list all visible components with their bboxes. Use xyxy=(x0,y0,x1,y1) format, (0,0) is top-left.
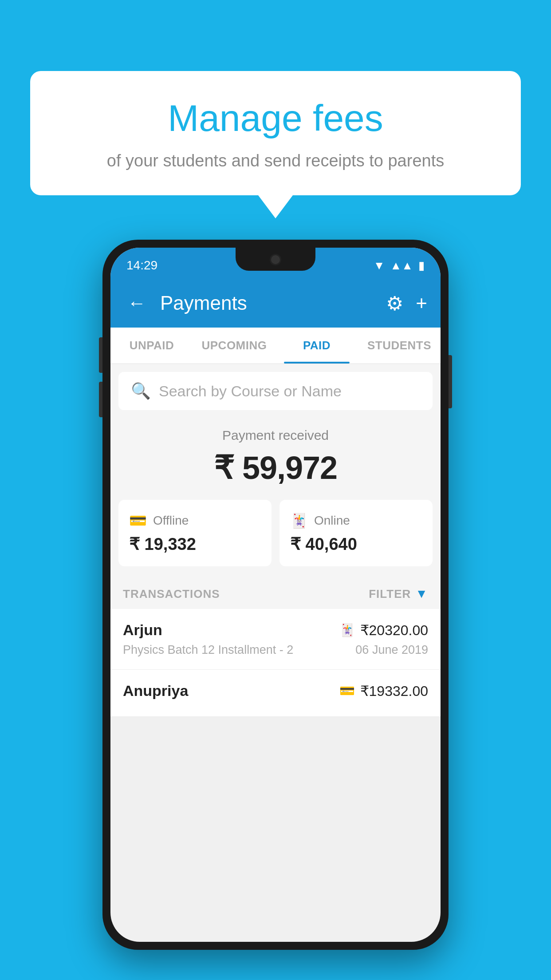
tab-paid[interactable]: PAID xyxy=(276,328,358,364)
offline-payment-card: 💳 Offline ₹ 19,332 xyxy=(118,500,272,566)
transaction-amount-wrap: 🃏 ₹20320.00 xyxy=(339,622,428,639)
front-camera xyxy=(270,254,281,265)
offline-label: Offline xyxy=(153,514,189,528)
wifi-icon: ▼ xyxy=(374,259,385,273)
speech-bubble: Manage fees of your students and send re… xyxy=(30,71,521,195)
online-card-header: 🃏 Online xyxy=(290,512,422,529)
transaction-top: Arjun 🃏 ₹20320.00 xyxy=(123,621,428,639)
transaction-top: Anupriya 💳 ₹19332.00 xyxy=(123,682,428,699)
filter-button[interactable]: FILTER ▼ xyxy=(369,587,428,601)
app-bar-title: Payments xyxy=(160,292,375,314)
battery-icon: ▮ xyxy=(418,259,425,273)
back-button[interactable]: ← xyxy=(124,289,150,317)
online-amount: ₹ 40,640 xyxy=(290,534,422,554)
app-bar-icons: ⚙ + xyxy=(386,292,427,315)
transaction-detail: Physics Batch 12 Installment - 2 xyxy=(123,643,293,657)
search-icon: 🔍 xyxy=(131,382,151,400)
online-icon: 🃏 xyxy=(290,512,308,529)
payment-received-amount: ₹ 59,972 xyxy=(119,449,432,486)
search-bar[interactable]: 🔍 Search by Course or Name xyxy=(118,372,433,410)
settings-icon[interactable]: ⚙ xyxy=(386,292,403,315)
phone-device: 14:29 ▼ ▲▲ ▮ ← Payments ⚙ + UNPAID xyxy=(102,240,449,950)
content-area: 🔍 Search by Course or Name Payment recei… xyxy=(110,364,441,717)
offline-card-header: 💳 Offline xyxy=(129,512,261,529)
power-button xyxy=(449,355,452,408)
volume-up-button xyxy=(99,337,102,373)
transaction-amount: ₹20320.00 xyxy=(360,622,428,639)
transaction-name: Anupriya xyxy=(123,682,188,699)
tabs-bar: UNPAID UPCOMING PAID STUDENTS xyxy=(110,328,441,364)
transactions-header: TRANSACTIONS FILTER ▼ xyxy=(110,579,441,609)
status-time: 14:29 xyxy=(126,258,157,273)
transaction-bottom: Physics Batch 12 Installment - 2 06 June… xyxy=(123,643,428,657)
transaction-type-icon: 🃏 xyxy=(339,623,355,637)
search-placeholder-text: Search by Course or Name xyxy=(159,383,342,400)
payment-summary: Payment received ₹ 59,972 xyxy=(110,410,441,500)
transaction-amount: ₹19332.00 xyxy=(360,683,428,699)
bubble-title: Manage fees xyxy=(52,98,499,138)
transaction-date: 06 June 2019 xyxy=(355,643,428,657)
offline-amount: ₹ 19,332 xyxy=(129,534,261,554)
transaction-row[interactable]: Arjun 🃏 ₹20320.00 Physics Batch 12 Insta… xyxy=(110,609,441,670)
transaction-row[interactable]: Anupriya 💳 ₹19332.00 xyxy=(110,670,441,717)
online-payment-card: 🃏 Online ₹ 40,640 xyxy=(279,500,433,566)
online-label: Online xyxy=(314,514,350,528)
transactions-label: TRANSACTIONS xyxy=(123,587,220,601)
tab-students[interactable]: STUDENTS xyxy=(358,328,441,364)
tab-unpaid[interactable]: UNPAID xyxy=(110,328,193,364)
payment-received-label: Payment received xyxy=(119,428,432,443)
transaction-amount-wrap: 💳 ₹19332.00 xyxy=(339,683,428,699)
transaction-name: Arjun xyxy=(123,621,162,639)
transaction-type-icon: 💳 xyxy=(339,684,355,698)
payment-cards: 💳 Offline ₹ 19,332 🃏 Online ₹ 40,640 xyxy=(110,500,441,579)
phone-notch xyxy=(236,248,315,271)
add-icon[interactable]: + xyxy=(416,292,427,314)
volume-down-button xyxy=(99,382,102,417)
signal-icon: ▲▲ xyxy=(390,259,413,273)
offline-icon: 💳 xyxy=(129,512,147,529)
bubble-subtitle: of your students and send receipts to pa… xyxy=(52,149,499,173)
tab-upcoming[interactable]: UPCOMING xyxy=(193,328,276,364)
status-icons: ▼ ▲▲ ▮ xyxy=(374,259,425,273)
app-bar: ← Payments ⚙ + xyxy=(110,279,441,328)
filter-icon: ▼ xyxy=(415,587,428,601)
filter-label: FILTER xyxy=(369,587,411,601)
